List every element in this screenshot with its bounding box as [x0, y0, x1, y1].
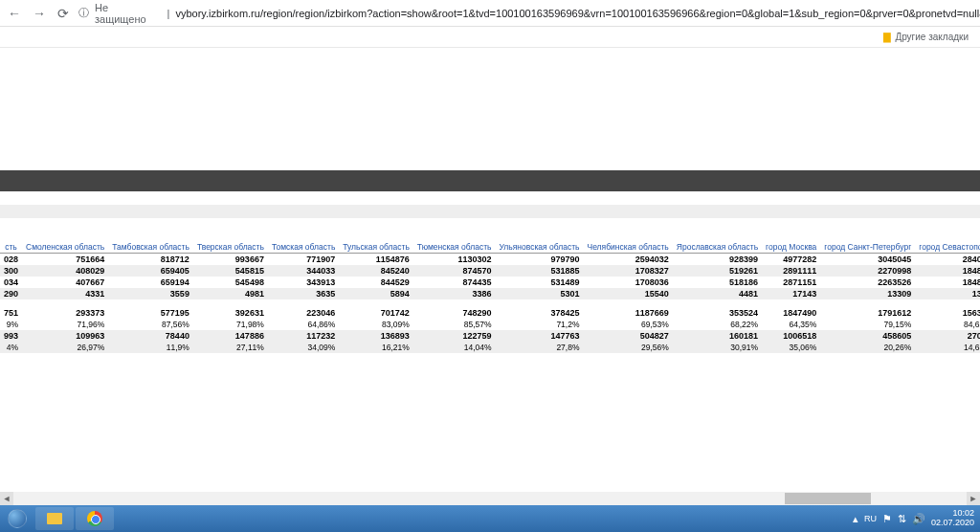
language-indicator[interactable]: RU	[864, 514, 877, 523]
table-cell: 928399	[673, 254, 762, 266]
table-cell: 1365	[915, 288, 980, 299]
column-header[interactable]: Ульяновская область	[496, 241, 584, 254]
column-header[interactable]: сть	[0, 241, 22, 254]
table-cell: 2594032	[584, 254, 673, 266]
table-cell: 3386	[413, 288, 496, 299]
scroll-right-button[interactable]: ►	[967, 492, 980, 505]
explorer-task[interactable]	[35, 507, 74, 530]
table-row: 3004080296594055458153440338452408745705…	[0, 265, 980, 277]
column-header[interactable]: Смоленская область	[22, 241, 108, 254]
scroll-thumb[interactable]	[785, 493, 871, 504]
column-header[interactable]: Томская область	[268, 241, 339, 254]
table-cell: 577195	[108, 307, 193, 319]
table-cell: 16,21%	[339, 342, 413, 353]
column-header[interactable]: Тульская область	[339, 241, 413, 254]
bookmarks-bar: ▇ Другие закладки	[0, 27, 980, 48]
table-cell: 979790	[496, 254, 584, 266]
table-cell: 83,09%	[339, 319, 413, 330]
table-cell: 1130302	[413, 254, 496, 266]
table-cell: 184803	[915, 277, 980, 288]
table-cell: 35,06%	[762, 342, 820, 353]
table-cell: 9%	[0, 319, 22, 330]
table-cell: 27065	[915, 330, 980, 342]
table-cell: 531885	[496, 265, 584, 277]
url-text[interactable]: vybory.izbirkom.ru/region/region/izbirko…	[175, 8, 980, 19]
table-cell: 545815	[193, 265, 268, 277]
network-icon[interactable]: ⇅	[898, 513, 906, 525]
table-row: 0344076676591945454983439138445298744355…	[0, 277, 980, 288]
clock[interactable]: 10:02 02.07.2020	[931, 509, 974, 528]
horizontal-scrollbar[interactable]: ◄ ►	[0, 492, 980, 505]
table-cell: 845240	[339, 265, 413, 277]
column-header[interactable]: город Москва	[762, 241, 820, 254]
table-cell: 408029	[22, 265, 108, 277]
results-table: стьСмоленская областьТамбовская областьТ…	[0, 241, 980, 353]
table-cell: 378425	[496, 307, 584, 319]
table-cell: 2891111	[762, 265, 820, 277]
table-cell: 20,26%	[820, 342, 915, 353]
table-cell: 701742	[339, 307, 413, 319]
table-cell: 15540	[584, 288, 673, 299]
column-header[interactable]: город Севастополь	[915, 241, 980, 254]
table-cell: 34,09%	[268, 342, 339, 353]
table-cell: 11,9%	[108, 342, 193, 353]
column-header[interactable]: Тамбовская область	[108, 241, 193, 254]
table-cell: 748290	[413, 307, 496, 319]
table-cell: 300	[0, 265, 22, 277]
table-row: 9931099637844014788611723213689312275914…	[0, 330, 980, 342]
table-cell: 993	[0, 330, 22, 342]
table-cell: 4%	[0, 342, 22, 353]
table-cell: 1708327	[584, 265, 673, 277]
browser-toolbar: ← → ⟳ ⓘ Не защищено | vybory.izbirkom.ru…	[0, 0, 980, 27]
table-cell: 531489	[496, 277, 584, 288]
show-hidden-icon[interactable]: ▴	[853, 513, 858, 525]
volume-icon[interactable]: 🔊	[912, 513, 925, 525]
table-cell: 874435	[413, 277, 496, 288]
table-cell: 407667	[22, 277, 108, 288]
back-button[interactable]: ←	[8, 6, 21, 21]
table-cell: 184827	[915, 265, 980, 277]
column-header[interactable]: Тюменская область	[413, 241, 496, 254]
table-cell: 14,65%	[915, 342, 980, 353]
table-cell: 2871151	[762, 277, 820, 288]
table-cell: 223046	[268, 307, 339, 319]
table-cell: 64,86%	[268, 319, 339, 330]
table-cell: 392631	[193, 307, 268, 319]
table-cell: 353524	[673, 307, 762, 319]
folder-icon	[47, 513, 62, 524]
table-cell: 5301	[496, 288, 584, 299]
column-header[interactable]: город Санкт-Петербург	[820, 241, 915, 254]
table-cell: 3045045	[820, 254, 915, 266]
table-cell: 028	[0, 254, 22, 266]
table-cell: 659405	[108, 265, 193, 277]
table-row: 9%71,96%87,56%71,98%64,86%83,09%85,57%71…	[0, 319, 980, 330]
table-cell: 30,91%	[673, 342, 762, 353]
folder-icon: ▇	[883, 32, 891, 42]
table-cell: 771907	[268, 254, 339, 266]
table-row: 7512933735771953926312230467017427482903…	[0, 307, 980, 319]
header-band	[0, 170, 980, 191]
table-cell: 109963	[22, 330, 108, 342]
forward-button[interactable]: →	[33, 6, 46, 21]
reload-button[interactable]: ⟳	[57, 6, 69, 21]
info-icon[interactable]: ⓘ	[78, 6, 89, 20]
table-cell: 343913	[268, 277, 339, 288]
action-center-icon[interactable]: ⚑	[882, 513, 892, 525]
chrome-icon	[87, 511, 102, 526]
table-row: 0287516648187129936677719071154876113030…	[0, 254, 980, 266]
table-cell: 68,22%	[673, 319, 762, 330]
column-header[interactable]: Тверская область	[193, 241, 268, 254]
table-cell: 78440	[108, 330, 193, 342]
table-row: 2904331355949813635589433865301155404481…	[0, 288, 980, 299]
column-header[interactable]: Челябинская область	[584, 241, 673, 254]
column-header[interactable]: Ярославская область	[673, 241, 762, 254]
scroll-left-button[interactable]: ◄	[0, 492, 13, 505]
other-bookmarks[interactable]: Другие закладки	[895, 32, 969, 42]
chrome-task[interactable]	[76, 507, 114, 530]
start-button[interactable]	[0, 505, 34, 532]
table-cell: 034	[0, 277, 22, 288]
table-cell: 122759	[413, 330, 496, 342]
table-cell: 85,57%	[413, 319, 496, 330]
table-cell: 156373	[915, 307, 980, 319]
table-cell: 4481	[673, 288, 762, 299]
